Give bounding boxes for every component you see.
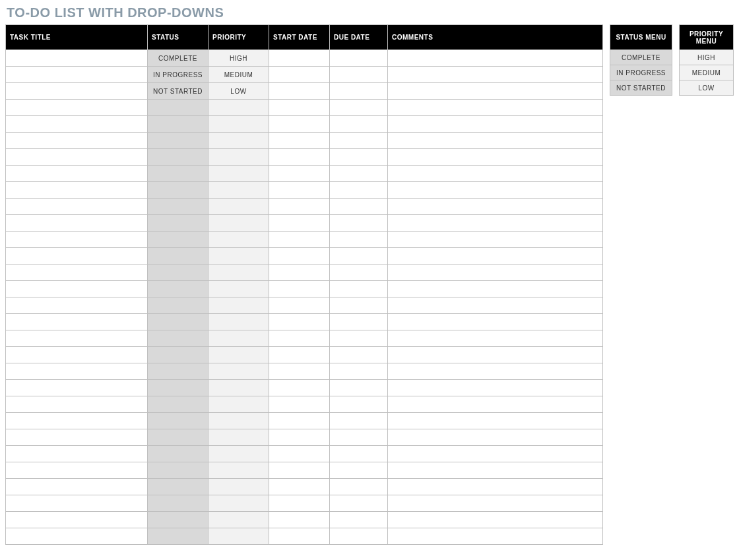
status-cell[interactable] <box>148 347 209 363</box>
status-cell[interactable] <box>148 264 209 281</box>
task-cell[interactable] <box>6 297 148 314</box>
due-date-cell[interactable] <box>330 281 388 297</box>
task-cell[interactable] <box>6 83 148 100</box>
status-cell[interactable] <box>148 380 209 396</box>
status-cell[interactable] <box>148 413 209 429</box>
priority-cell[interactable] <box>209 182 269 199</box>
start-date-cell[interactable] <box>269 264 330 281</box>
start-date-cell[interactable] <box>269 396 330 413</box>
due-date-cell[interactable] <box>330 314 388 330</box>
start-date-cell[interactable] <box>269 149 330 166</box>
start-date-cell[interactable] <box>269 495 330 512</box>
priority-cell[interactable] <box>209 479 269 495</box>
start-date-cell[interactable] <box>269 297 330 314</box>
task-cell[interactable] <box>6 363 148 380</box>
task-cell[interactable] <box>6 462 148 479</box>
status-cell[interactable] <box>148 166 209 182</box>
due-date-cell[interactable] <box>330 215 388 232</box>
comments-cell[interactable] <box>388 67 603 83</box>
comments-cell[interactable] <box>388 50 603 67</box>
comments-cell[interactable] <box>388 281 603 297</box>
start-date-cell[interactable] <box>269 446 330 462</box>
due-date-cell[interactable] <box>330 133 388 149</box>
due-date-cell[interactable] <box>330 330 388 347</box>
due-date-cell[interactable] <box>330 446 388 462</box>
task-cell[interactable] <box>6 248 148 264</box>
priority-cell[interactable] <box>209 429 269 446</box>
start-date-cell[interactable] <box>269 166 330 182</box>
status-cell[interactable] <box>148 528 209 545</box>
due-date-cell[interactable] <box>330 232 388 248</box>
priority-cell[interactable] <box>209 248 269 264</box>
priority-cell[interactable] <box>209 462 269 479</box>
status-cell[interactable] <box>148 182 209 199</box>
task-cell[interactable] <box>6 116 148 133</box>
task-cell[interactable] <box>6 396 148 413</box>
comments-cell[interactable] <box>388 116 603 133</box>
task-cell[interactable] <box>6 50 148 67</box>
task-cell[interactable] <box>6 479 148 495</box>
status-menu-item[interactable]: NOT STARTED <box>610 80 672 96</box>
status-cell[interactable]: COMPLETE <box>148 50 209 67</box>
priority-cell[interactable] <box>209 396 269 413</box>
start-date-cell[interactable] <box>269 528 330 545</box>
due-date-cell[interactable] <box>330 528 388 545</box>
comments-cell[interactable] <box>388 479 603 495</box>
task-cell[interactable] <box>6 199 148 215</box>
status-cell[interactable] <box>148 100 209 116</box>
priority-cell[interactable] <box>209 528 269 545</box>
comments-cell[interactable] <box>388 232 603 248</box>
due-date-cell[interactable] <box>330 100 388 116</box>
start-date-cell[interactable] <box>269 380 330 396</box>
due-date-cell[interactable] <box>330 429 388 446</box>
start-date-cell[interactable] <box>269 232 330 248</box>
start-date-cell[interactable] <box>269 116 330 133</box>
start-date-cell[interactable] <box>269 429 330 446</box>
priority-cell[interactable] <box>209 215 269 232</box>
task-cell[interactable] <box>6 429 148 446</box>
task-cell[interactable] <box>6 413 148 429</box>
comments-cell[interactable] <box>388 215 603 232</box>
start-date-cell[interactable] <box>269 512 330 528</box>
status-cell[interactable] <box>148 396 209 413</box>
comments-cell[interactable] <box>388 495 603 512</box>
task-cell[interactable] <box>6 495 148 512</box>
priority-menu-item[interactable]: LOW <box>680 80 734 96</box>
priority-cell[interactable] <box>209 264 269 281</box>
due-date-cell[interactable] <box>330 264 388 281</box>
priority-cell[interactable] <box>209 166 269 182</box>
status-cell[interactable] <box>148 149 209 166</box>
task-cell[interactable] <box>6 446 148 462</box>
priority-menu-item[interactable]: MEDIUM <box>680 65 734 80</box>
due-date-cell[interactable] <box>330 363 388 380</box>
due-date-cell[interactable] <box>330 413 388 429</box>
start-date-cell[interactable] <box>269 479 330 495</box>
comments-cell[interactable] <box>388 149 603 166</box>
status-cell[interactable] <box>148 248 209 264</box>
comments-cell[interactable] <box>388 83 603 100</box>
priority-cell[interactable] <box>209 314 269 330</box>
status-cell[interactable]: IN PROGRESS <box>148 67 209 83</box>
due-date-cell[interactable] <box>330 67 388 83</box>
status-cell[interactable] <box>148 363 209 380</box>
comments-cell[interactable] <box>388 314 603 330</box>
due-date-cell[interactable] <box>330 462 388 479</box>
comments-cell[interactable] <box>388 248 603 264</box>
comments-cell[interactable] <box>388 100 603 116</box>
due-date-cell[interactable] <box>330 297 388 314</box>
start-date-cell[interactable] <box>269 281 330 297</box>
start-date-cell[interactable] <box>269 347 330 363</box>
status-cell[interactable] <box>148 429 209 446</box>
comments-cell[interactable] <box>388 330 603 347</box>
priority-menu-item[interactable]: HIGH <box>680 50 734 65</box>
task-cell[interactable] <box>6 67 148 83</box>
priority-cell[interactable] <box>209 100 269 116</box>
priority-cell[interactable] <box>209 149 269 166</box>
comments-cell[interactable] <box>388 363 603 380</box>
comments-cell[interactable] <box>388 446 603 462</box>
start-date-cell[interactable] <box>269 67 330 83</box>
due-date-cell[interactable] <box>330 512 388 528</box>
start-date-cell[interactable] <box>269 83 330 100</box>
status-cell[interactable] <box>148 215 209 232</box>
status-cell[interactable] <box>148 297 209 314</box>
